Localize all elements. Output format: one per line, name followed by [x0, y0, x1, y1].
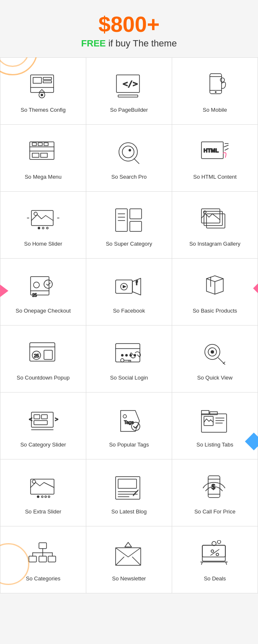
item-label: So Themes Config [21, 107, 65, 113]
item-so-instagram-gallery: So Instagram Gallery [172, 192, 258, 259]
svg-point-92 [132, 422, 140, 431]
html-content-icon: HTML [198, 139, 232, 168]
svg-point-74 [121, 359, 124, 362]
item-label: So Mega Menu [25, 174, 62, 180]
item-so-home-slider: So Home Slider [0, 192, 86, 259]
svg-text:<: < [29, 416, 32, 423]
svg-rect-85 [41, 415, 47, 419]
svg-rect-17 [30, 142, 54, 159]
svg-point-28 [129, 149, 131, 151]
svg-rect-124 [29, 556, 36, 562]
svg-point-73 [134, 354, 136, 357]
item-so-onepage-checkout: 25 So Onepage Checkout [0, 259, 86, 326]
svg-rect-2 [43, 77, 52, 80]
svg-point-105 [48, 496, 50, 498]
item-label: So Basic Products [193, 308, 237, 314]
item-label: So Extra Slider [25, 508, 62, 515]
svg-point-26 [122, 146, 134, 158]
item-label: So Call For Price [194, 508, 235, 515]
countdown-popup-icon: 25 [26, 339, 60, 369]
svg-rect-3 [43, 81, 52, 83]
item-so-html-content: HTML So HTML Content [172, 125, 258, 192]
item-so-quick-view: So Quick View [172, 326, 258, 393]
svg-line-60 [215, 279, 223, 282]
price-text: $800+ [8, 13, 250, 36]
svg-marker-57 [123, 285, 126, 288]
category-slider-icon: < > [26, 406, 60, 436]
svg-point-80 [211, 350, 214, 354]
svg-rect-39 [116, 209, 127, 231]
svg-line-135 [226, 562, 227, 564]
onepage-checkout-icon: 25 [26, 272, 60, 302]
svg-rect-20 [32, 153, 39, 157]
item-label: So Listing Tabs [196, 441, 233, 448]
svg-rect-118 [39, 543, 46, 549]
item-so-countdown-popup: 25 So Countdown Popup [0, 326, 86, 393]
svg-line-128 [116, 557, 124, 565]
newsletter-icon [112, 540, 146, 570]
free-label: FREE [81, 38, 106, 49]
svg-point-53 [44, 280, 52, 288]
svg-rect-67 [44, 350, 52, 359]
home-slider-icon [26, 205, 60, 235]
categories-icon [26, 540, 60, 570]
svg-text:HTML: HTML [204, 147, 219, 154]
item-label: So Home Slider [24, 241, 62, 247]
item-so-popular-tags: Tags So Popular Tags [86, 393, 172, 459]
facebook-icon: f [112, 272, 146, 302]
themes-config-icon [26, 72, 60, 101]
item-label: So PageBuilder [110, 107, 148, 113]
search-pro-icon [112, 139, 146, 168]
svg-point-71 [125, 354, 128, 357]
svg-point-36 [38, 227, 40, 229]
svg-point-102 [37, 495, 39, 498]
svg-rect-107 [118, 479, 137, 488]
svg-text:>: > [55, 416, 58, 423]
item-label: So Onepage Checkout [15, 308, 71, 314]
free-text: FREE if buy The theme [8, 38, 250, 49]
svg-rect-84 [34, 415, 40, 419]
popular-tags-icon: Tags [112, 406, 146, 436]
plugins-grid: So Themes Config </> So PageBuilder So M… [0, 57, 258, 593]
quick-view-icon [198, 339, 232, 369]
item-so-newsletter: So Newsletter [86, 526, 172, 593]
svg-line-113 [133, 490, 138, 496]
svg-point-37 [42, 227, 44, 229]
svg-rect-11 [118, 95, 138, 97]
svg-line-129 [132, 557, 141, 565]
svg-rect-99 [210, 412, 217, 415]
svg-point-103 [41, 496, 43, 498]
item-label: So Countdown Popup [17, 375, 70, 381]
item-so-super-category: So Super Category [86, 192, 172, 259]
svg-text:25: 25 [32, 293, 37, 298]
svg-line-134 [201, 562, 202, 564]
svg-text:25: 25 [34, 353, 39, 358]
item-so-pagebuilder: </> So PageBuilder [86, 58, 172, 125]
item-label: So Deals [204, 575, 226, 582]
item-so-call-for-price: $ So Call For Price [172, 459, 258, 526]
svg-rect-24 [44, 143, 48, 146]
item-so-latest-blog: So Latest Blog [86, 459, 172, 526]
item-label: So Newsletter [112, 575, 146, 582]
svg-rect-23 [38, 143, 42, 146]
svg-rect-1 [33, 77, 41, 83]
svg-rect-86 [34, 421, 47, 425]
svg-point-140 [217, 540, 221, 544]
svg-rect-40 [130, 209, 142, 219]
svg-line-32 [224, 145, 228, 147]
item-label: So Categories [26, 575, 60, 582]
svg-rect-126 [48, 556, 56, 562]
item-label: So Mobile [203, 107, 227, 113]
item-so-category-slider: < > So Category Slider [0, 393, 86, 459]
header: $800+ FREE if buy The theme [0, 0, 258, 57]
item-label: So Search Pro [111, 174, 147, 180]
svg-line-33 [225, 149, 228, 150]
svg-point-90 [123, 415, 126, 418]
item-label: So Social Login [110, 375, 148, 381]
svg-rect-100 [31, 479, 54, 494]
item-so-listing-tabs: So Listing Tabs [172, 393, 258, 459]
svg-rect-41 [130, 221, 142, 231]
item-label: So Super Category [106, 241, 152, 247]
item-so-basic-products: So Basic Products [172, 259, 258, 326]
svg-point-136 [211, 550, 214, 552]
